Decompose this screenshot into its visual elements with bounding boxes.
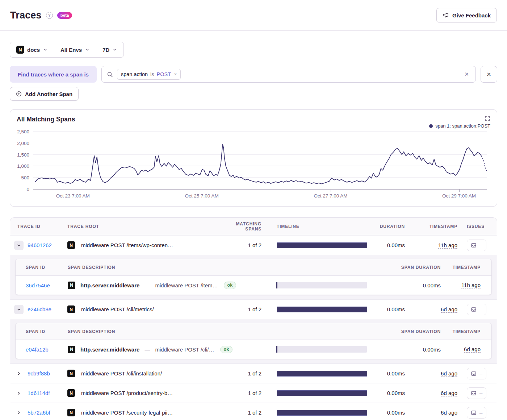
table-row: 9cb9f88b N middleware POST /cli/installa… <box>10 363 497 383</box>
y-axis-tick-label: 2,500 <box>17 129 29 134</box>
inbox-icon <box>471 242 477 248</box>
megaphone-icon <box>443 12 449 18</box>
token-operator: is <box>148 71 156 77</box>
date-range-filter[interactable]: 7D <box>96 42 123 57</box>
trace-timestamp[interactable]: 6d ago <box>441 409 457 416</box>
matching-spans-chart-panel: All Matching Spans span 1: span.action:P… <box>10 109 497 207</box>
span-query-label: Find traces where a span is <box>10 66 97 83</box>
plus-circle-icon <box>16 91 22 97</box>
expand-trace-button[interactable] <box>14 388 24 398</box>
trace-id-link[interactable]: e246cb8e <box>28 306 67 312</box>
issues-button[interactable]: – <box>467 304 486 315</box>
trace-expansion: Span ID Span Description Span Duration T… <box>10 255 497 299</box>
span-description-text: middleware POST /cli/… <box>155 346 214 353</box>
nextjs-icon: N <box>16 46 24 54</box>
span-id-link[interactable]: 36d7546e <box>16 282 68 288</box>
trace-timestamp[interactable]: 6d ago <box>441 370 457 377</box>
expand-trace-button[interactable] <box>14 369 24 378</box>
token-remove-icon[interactable]: × <box>173 71 178 78</box>
table-row: 5b72a6bf N middleware POST /security-leg… <box>10 403 497 420</box>
give-feedback-button[interactable]: Give Feedback <box>436 8 497 22</box>
timeline-bar[interactable] <box>277 371 367 377</box>
span-separator: — <box>144 282 150 288</box>
span-id-link[interactable]: e04fa12b <box>16 346 68 353</box>
trace-table: Trace ID Trace Root Matching Spans Timel… <box>10 217 497 420</box>
span-row: 36d7546e N http.server.middleware — midd… <box>16 276 491 295</box>
issues-count: – <box>479 409 482 416</box>
span-separator: — <box>144 346 150 353</box>
issues-button[interactable]: – <box>467 368 486 379</box>
chart-legend-item[interactable]: span 1: span.action:POST <box>429 123 490 129</box>
issues-button[interactable]: – <box>467 387 486 399</box>
table-row: 94601262 N middleware POST /items/wp-con… <box>10 235 497 255</box>
span-table: Span ID Span Description Span Duration T… <box>15 323 492 359</box>
search-token[interactable]: span.action is POST × <box>117 69 181 80</box>
x-axis-tick-label: Oct 25 7:00 AM <box>185 193 219 199</box>
span-timestamp[interactable]: 6d ago <box>464 346 481 353</box>
span-timeline-bar[interactable] <box>276 346 367 353</box>
trace-timestamp[interactable]: 6d ago <box>441 390 457 396</box>
issues-count: – <box>479 390 482 396</box>
y-axis-tick-label: 500 <box>21 175 29 180</box>
timeline-bar[interactable] <box>277 410 367 416</box>
y-axis-tick-label: 0 <box>26 187 29 192</box>
chart-plot-area[interactable]: 05001,0001,5002,0002,500 <box>33 132 487 190</box>
span-timeline-fill <box>276 282 277 288</box>
trace-timestamp[interactable]: 6d ago <box>441 306 457 313</box>
y-axis-tick-label: 2,000 <box>17 140 29 146</box>
page-filter-bar: N docs All Envs 7D <box>10 42 124 58</box>
x-axis-tick <box>331 190 331 192</box>
trace-id-link[interactable]: 94601262 <box>28 242 67 248</box>
trace-id-link[interactable]: 1d6114df <box>28 390 67 396</box>
issues-button[interactable]: – <box>467 240 486 251</box>
span-timeline-bar[interactable] <box>276 282 367 288</box>
project-filter-label: docs <box>27 47 40 53</box>
remove-span-query-button[interactable]: ✕ <box>481 66 497 83</box>
expand-trace-button[interactable] <box>14 408 24 417</box>
add-another-span-button[interactable]: Add Another Span <box>10 87 79 101</box>
table-row: e246cb8e N middleware POST /cli/metrics/… <box>10 299 497 319</box>
expand-chart-icon[interactable] <box>485 116 490 121</box>
trace-root-text: middleware POST /items/wp-conten… <box>81 242 173 248</box>
collapse-trace-button[interactable] <box>14 305 24 314</box>
add-another-span-label: Add Another Span <box>25 91 72 97</box>
nextjs-icon: N <box>67 389 75 397</box>
page-header: Traces ? beta Give Feedback <box>0 0 507 31</box>
column-header-span-id: Span ID <box>16 329 68 334</box>
date-range-filter-label: 7D <box>102 47 109 53</box>
column-header-matching-spans: Matching Spans <box>223 221 265 232</box>
help-icon[interactable]: ? <box>46 12 53 19</box>
trace-root-text: middleware POST /security-legal-pii… <box>81 409 173 416</box>
search-clear-icon[interactable]: ✕ <box>463 70 470 79</box>
environment-filter[interactable]: All Envs <box>54 42 96 57</box>
chart-line-solid <box>35 144 481 184</box>
inbox-icon <box>471 390 477 396</box>
timeline-bar[interactable] <box>277 390 367 396</box>
trace-root-text: middleware POST /product/sentry-b… <box>81 390 173 396</box>
trace-id-link[interactable]: 9cb9f88b <box>28 370 67 377</box>
column-header-span-description: Span Description <box>68 329 263 334</box>
trace-timestamp[interactable]: 11h ago <box>438 242 457 249</box>
project-filter[interactable]: N docs <box>10 42 54 57</box>
column-header-span-duration: Span Duration <box>376 329 444 334</box>
issues-button[interactable]: – <box>467 407 486 419</box>
timeline-bar[interactable] <box>277 242 367 248</box>
column-header-timestamp: Timestamp <box>408 224 461 229</box>
nextjs-icon: N <box>68 346 75 353</box>
trace-duration: 0.00ms <box>379 242 408 248</box>
trace-id-link[interactable]: 5b72a6bf <box>28 409 67 416</box>
environment-filter-label: All Envs <box>60 47 82 53</box>
issues-count: – <box>479 306 482 312</box>
span-timestamp[interactable]: 11h ago <box>461 282 481 288</box>
span-row: e04fa12b N http.server.middleware — midd… <box>16 340 491 359</box>
collapse-trace-button[interactable] <box>14 241 24 250</box>
table-row: 1d6114df N middleware POST /product/sent… <box>10 383 497 403</box>
timeline-bar[interactable] <box>277 307 367 312</box>
span-description-text: middleware POST /item… <box>155 282 218 288</box>
matching-spans-count: 1 of 2 <box>223 306 265 312</box>
trace-duration: 0.00ms <box>379 306 408 312</box>
matching-spans-count: 1 of 2 <box>223 242 265 248</box>
span-search-bar[interactable]: span.action is POST × ✕ <box>101 66 476 83</box>
nextjs-icon: N <box>67 409 75 416</box>
trace-root-text: middleware POST /cli/installation/ <box>81 370 162 377</box>
